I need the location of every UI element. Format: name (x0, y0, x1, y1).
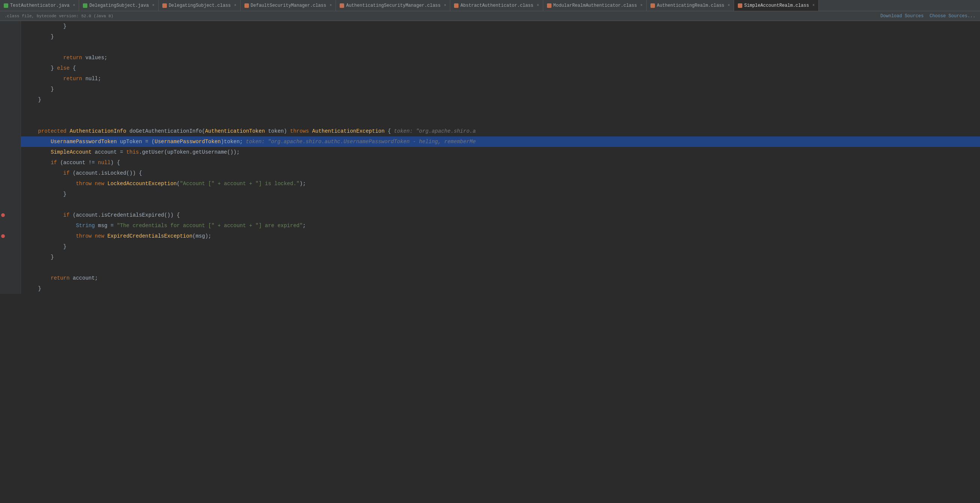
code-content[interactable]: } (21, 32, 980, 42)
breakpoint-gutter[interactable] (0, 63, 6, 73)
breakpoint-gutter[interactable] (0, 263, 6, 273)
line-number (6, 231, 21, 241)
code-line: throw new LockedAccountException("Accoun… (0, 178, 980, 189)
breakpoint-gutter[interactable] (0, 32, 6, 42)
tab-label: TestAuthenticator.java (10, 3, 69, 8)
tab-close-button[interactable]: × (640, 3, 643, 8)
breakpoint-gutter[interactable] (0, 283, 6, 294)
breakpoint-gutter[interactable] (0, 158, 6, 168)
breakpoint-gutter[interactable] (0, 105, 6, 115)
code-line: throw new ExpiredCredentialsException(ms… (0, 231, 980, 241)
tab-close-button[interactable]: × (444, 3, 446, 8)
line-number (6, 273, 21, 283)
tab-5[interactable]: AbstractAuthenticator.class× (450, 0, 543, 11)
code-content[interactable]: UsernamePasswordToken upToken = (Usernam… (21, 137, 980, 147)
tab-label: SimpleAccountRealm.class (744, 3, 809, 8)
breakpoint-gutter[interactable] (0, 42, 6, 53)
breakpoint-gutter[interactable] (0, 199, 6, 210)
breakpoint-gutter[interactable] (0, 252, 6, 263)
code-line (0, 115, 980, 126)
breakpoint-gutter[interactable] (0, 168, 6, 178)
code-content[interactable]: return account; (21, 273, 980, 283)
line-number (6, 199, 21, 210)
tab-0[interactable]: TestAuthenticator.java× (0, 0, 79, 11)
breakpoint-gutter[interactable] (0, 220, 6, 231)
breakpoint-gutter[interactable] (0, 126, 6, 137)
breakpoint-gutter[interactable] (0, 273, 6, 283)
code-line (0, 105, 980, 115)
code-content[interactable] (21, 115, 980, 126)
file-icon (340, 3, 344, 8)
tab-1[interactable]: DelegatingSubject.java× (79, 0, 158, 11)
code-content[interactable]: } else { (21, 63, 980, 73)
tab-close-button[interactable]: × (812, 3, 815, 8)
tab-close-button[interactable]: × (537, 3, 539, 8)
breakpoint-gutter[interactable] (0, 147, 6, 158)
tab-close-button[interactable]: × (728, 3, 730, 8)
status-bar: .class file, bytecode version: 52.0 (Jav… (0, 11, 980, 21)
choose-sources-button[interactable]: Choose Sources... (930, 13, 975, 19)
tab-8[interactable]: SimpleAccountRealm.class× (734, 0, 819, 11)
line-number (6, 178, 21, 189)
code-content[interactable] (21, 42, 980, 53)
tab-2[interactable]: DelegatingSubject.class× (159, 0, 241, 11)
status-info: .class file, bytecode version: 52.0 (Jav… (5, 14, 113, 18)
tab-6[interactable]: ModularRealmAuthenticator.class× (543, 0, 647, 11)
download-sources-button[interactable]: Download Sources (880, 13, 923, 19)
breakpoint-gutter[interactable] (0, 84, 6, 94)
tab-4[interactable]: AuthenticatingSecurityManager.class× (336, 0, 450, 11)
tab-close-button[interactable]: × (329, 3, 332, 8)
breakpoint-gutter[interactable] (0, 73, 6, 84)
tab-close-button[interactable]: × (152, 3, 154, 8)
code-content[interactable] (21, 199, 980, 210)
tab-7[interactable]: AuthenticatingRealm.class× (647, 0, 734, 11)
breakpoint-gutter[interactable] (0, 178, 6, 189)
code-content[interactable]: } (21, 189, 980, 199)
line-number (6, 168, 21, 178)
code-content[interactable]: } (21, 21, 980, 32)
code-content[interactable]: return null; (21, 73, 980, 84)
code-content[interactable]: } (21, 94, 980, 105)
breakpoint-gutter[interactable] (0, 21, 6, 32)
code-content[interactable] (21, 105, 980, 115)
code-line: if (account.isLocked()) { (0, 168, 980, 178)
tab-3[interactable]: DefaultSecurityManager.class× (241, 0, 336, 11)
code-line: UsernamePasswordToken upToken = (Usernam… (0, 137, 980, 147)
code-content[interactable]: } (21, 84, 980, 94)
file-icon (547, 3, 552, 8)
code-line (0, 42, 980, 53)
code-line: SimpleAccount account = this.getUser(upT… (0, 147, 980, 158)
breakpoint-gutter[interactable] (0, 137, 6, 147)
code-content[interactable]: SimpleAccount account = this.getUser(upT… (21, 147, 980, 158)
breakpoint-gutter[interactable] (0, 241, 6, 252)
code-line: } (0, 283, 980, 294)
code-content[interactable]: } (21, 283, 980, 294)
breakpoint-gutter[interactable] (0, 94, 6, 105)
tab-label: AuthenticatingRealm.class (657, 3, 724, 8)
code-content[interactable]: } (21, 252, 980, 263)
line-number (6, 63, 21, 73)
code-line: protected AuthenticationInfo doGetAuthen… (0, 126, 980, 137)
code-content[interactable]: if (account.isCredentialsExpired()) { (21, 210, 980, 220)
breakpoint-gutter[interactable] (0, 210, 6, 220)
tab-close-button[interactable]: × (73, 3, 75, 8)
breakpoint-gutter[interactable] (0, 189, 6, 199)
code-content[interactable]: String msg = "The credentials for accoun… (21, 220, 980, 231)
breakpoint-gutter[interactable] (0, 231, 6, 241)
tab-label: ModularRealmAuthenticator.class (554, 3, 637, 8)
code-line: } (0, 32, 980, 42)
breakpoint-gutter[interactable] (0, 53, 6, 63)
code-content[interactable] (21, 263, 980, 273)
code-content[interactable]: throw new ExpiredCredentialsException(ms… (21, 231, 980, 241)
code-content[interactable]: if (account != null) { (21, 158, 980, 168)
line-number (6, 241, 21, 252)
code-content[interactable]: } (21, 241, 980, 252)
code-content[interactable]: protected AuthenticationInfo doGetAuthen… (21, 126, 980, 137)
line-number (6, 105, 21, 115)
code-content[interactable]: throw new LockedAccountException("Accoun… (21, 178, 980, 189)
line-number (6, 21, 21, 32)
tab-close-button[interactable]: × (234, 3, 237, 8)
code-content[interactable]: return values; (21, 53, 980, 63)
code-content[interactable]: if (account.isLocked()) { (21, 168, 980, 178)
breakpoint-gutter[interactable] (0, 115, 6, 126)
